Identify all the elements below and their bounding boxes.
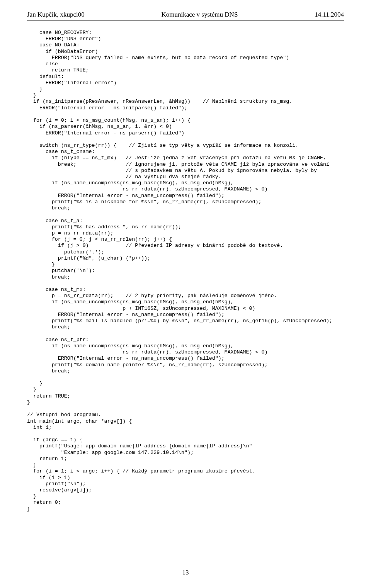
header-rule: Jan Kupčík, xkupci00 Komunikace v systém… [27,11,344,20]
header-date: 14.11.2004 [315,11,344,19]
header-title: Komunikace v systému DNS [85,11,315,19]
header-left: Jan Kupčík, xkupci00 [27,11,85,19]
page-number: 13 [0,569,371,576]
page: Jan Kupčík, xkupci00 Komunikace v systém… [0,0,371,588]
header-row: Jan Kupčík, xkupci00 Komunikace v systém… [27,11,344,19]
code-listing: case NO_RECOVERY: ERROR("DNS error") cas… [27,30,344,512]
